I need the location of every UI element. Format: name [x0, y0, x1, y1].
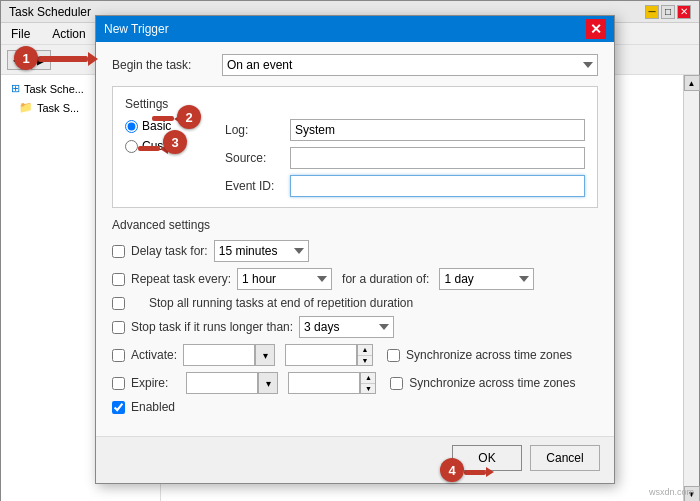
settings-content: Basic Custom Log: System — [125, 119, 585, 197]
activate-time-input[interactable]: 12:12:47 PM — [285, 344, 357, 366]
repeat-checkbox[interactable] — [112, 273, 125, 286]
repeat-task-row: Repeat task every: 1 hour for a duration… — [112, 268, 598, 290]
expire-time-spinner: ▲ ▼ — [360, 372, 376, 394]
log-select[interactable]: System — [290, 119, 585, 141]
log-label: Log: — [225, 123, 290, 137]
expire-date-group: 25/06/2021 ▾ — [186, 372, 278, 394]
minimize-btn[interactable]: ─ — [645, 5, 659, 19]
advanced-title: Advanced settings — [112, 218, 598, 232]
activate-label: Activate: — [131, 348, 177, 362]
ts-scrollbar: ▲ ▼ — [683, 75, 699, 501]
new-trigger-dialog: New Trigger ✕ Begin the task: On an even… — [95, 15, 615, 484]
dialog-titlebar: New Trigger ✕ — [96, 16, 614, 42]
annotation-3: 3 — [163, 130, 187, 154]
expire-row: Expire: 25/06/2021 ▾ 12:12:47 PM ▲ ▼ Syn… — [112, 372, 598, 394]
sidebar-library-label: Task S... — [37, 102, 79, 114]
annotation-4: 4 — [440, 458, 464, 482]
activate-time-group: 12:12:47 PM ▲ ▼ — [285, 344, 373, 366]
for-duration-label: for a duration of: — [342, 272, 429, 286]
enabled-row: Enabled — [112, 400, 598, 414]
expire-time-down[interactable]: ▼ — [361, 384, 375, 394]
expire-checkbox[interactable] — [112, 377, 125, 390]
log-section: Log: System Source: Event ID: 1074 — [225, 119, 585, 197]
begin-task-label: Begin the task: — [112, 58, 222, 72]
stop-longer-checkbox[interactable] — [112, 321, 125, 334]
source-label: Source: — [225, 151, 290, 165]
annotation-2: 2 — [177, 105, 201, 129]
event-id-row: Event ID: 1074 — [225, 175, 585, 197]
activate-date-group: 25/06/2020 ▾ — [183, 344, 275, 366]
library-icon: 📁 — [19, 101, 33, 114]
expire-time-up[interactable]: ▲ — [361, 373, 375, 384]
sync-tz-1-checkbox[interactable] — [387, 349, 400, 362]
basic-radio[interactable] — [125, 120, 138, 133]
activate-checkbox[interactable] — [112, 349, 125, 362]
sync-tz-2-checkbox[interactable] — [390, 377, 403, 390]
begin-task-select[interactable]: On an event — [222, 54, 598, 76]
activate-time-spinner: ▲ ▼ — [357, 344, 373, 366]
stop-running-row: Stop all running tasks at end of repetit… — [112, 296, 598, 310]
log-row: Log: System — [225, 119, 585, 141]
delay-checkbox[interactable] — [112, 245, 125, 258]
source-row: Source: — [225, 147, 585, 169]
dialog-footer: OK Cancel — [96, 436, 614, 483]
dialog-title: New Trigger — [104, 22, 169, 36]
dialog-content: Begin the task: On an event Settings Bas… — [96, 42, 614, 436]
sidebar-scheduler-label: Task Sche... — [24, 83, 84, 95]
annotation-1: 1 — [14, 46, 38, 70]
repeat-task-label: Repeat task every: — [131, 272, 231, 286]
repeat-select[interactable]: 1 hour — [237, 268, 332, 290]
enabled-checkbox[interactable] — [112, 401, 125, 414]
expire-date-input[interactable]: 25/06/2021 — [186, 372, 258, 394]
stop-longer-select[interactable]: 3 days — [299, 316, 394, 338]
activate-time-down[interactable]: ▼ — [358, 356, 372, 366]
expire-label: Expire: — [131, 376, 168, 390]
menu-action[interactable]: Action — [46, 25, 91, 43]
scroll-up-arrow[interactable]: ▲ — [684, 75, 700, 91]
sync-tz-1-label: Synchronize across time zones — [406, 348, 572, 362]
annotation-1-arrow — [38, 52, 98, 66]
activate-row: Activate: 25/06/2020 ▾ 12:12:47 PM ▲ ▼ S… — [112, 344, 598, 366]
advanced-section: Advanced settings Delay task for: 15 min… — [112, 218, 598, 414]
enabled-label: Enabled — [131, 400, 175, 414]
stop-running-checkbox[interactable] — [112, 297, 125, 310]
delay-task-label: Delay task for: — [131, 244, 208, 258]
event-id-input[interactable]: 1074 — [290, 175, 585, 197]
activate-time-up[interactable]: ▲ — [358, 345, 372, 356]
annotation-4-arrow — [464, 467, 494, 477]
delay-task-select[interactable]: 15 minutes — [214, 240, 309, 262]
cancel-button[interactable]: Cancel — [530, 445, 600, 471]
activate-date-input[interactable]: 25/06/2020 — [183, 344, 255, 366]
delay-task-row: Delay task for: 15 minutes — [112, 240, 598, 262]
source-select[interactable] — [290, 147, 585, 169]
stop-longer-row: Stop task if it runs longer than: 3 days — [112, 316, 598, 338]
maximize-btn[interactable]: □ — [661, 5, 675, 19]
expire-time-group: 12:12:47 PM ▲ ▼ — [288, 372, 376, 394]
close-btn-bg[interactable]: ✕ — [677, 5, 691, 19]
expire-time-input[interactable]: 12:12:47 PM — [288, 372, 360, 394]
duration-select[interactable]: 1 day — [439, 268, 534, 290]
activate-date-picker-btn[interactable]: ▾ — [255, 344, 275, 366]
ts-title: Task Scheduler — [9, 5, 91, 19]
sync-tz-2-label: Synchronize across time zones — [409, 376, 575, 390]
begin-task-row: Begin the task: On an event — [112, 54, 598, 76]
dialog-close-button[interactable]: ✕ — [586, 19, 606, 39]
custom-radio[interactable] — [125, 140, 138, 153]
event-id-label: Event ID: — [225, 179, 290, 193]
watermark: wsxdn.com — [649, 487, 694, 497]
menu-file[interactable]: File — [5, 25, 36, 43]
scheduler-icon: ⊞ — [11, 82, 20, 95]
expire-date-picker-btn[interactable]: ▾ — [258, 372, 278, 394]
stop-longer-label: Stop task if it runs longer than: — [131, 320, 293, 334]
stop-running-label: Stop all running tasks at end of repetit… — [149, 296, 413, 310]
